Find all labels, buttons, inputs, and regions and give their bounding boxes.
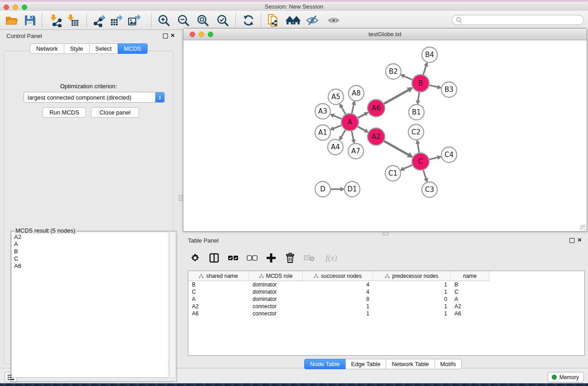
float-panel-icon[interactable] [163,33,168,38]
deselect-all-icon[interactable] [245,251,259,265]
home-icon[interactable] [286,13,301,28]
edge-A-A2[interactable] [358,127,366,131]
network-from-file-icon[interactable] [266,13,281,28]
column-header-successor-nodes[interactable]: successor nodes [303,271,373,281]
edge-A-A8[interactable] [352,104,354,113]
search-input[interactable] [452,15,584,25]
refresh-icon[interactable] [241,13,256,28]
edge-A2-C[interactable] [384,141,409,155]
edge-B-B3[interactable] [430,85,439,87]
table-cell: 1 [373,303,451,310]
session-titlebar[interactable]: Session: New Session [0,2,588,11]
result-item[interactable]: A6 [14,262,168,270]
edge-B-B1[interactable] [418,92,419,101]
select-all-icon[interactable] [226,251,240,265]
zoom-out-icon[interactable] [176,13,191,28]
edge-A-A6[interactable] [358,114,366,118]
column-header-MCDS-role[interactable]: MCDS role [249,271,303,281]
mcds-result-list[interactable]: A2ABCA6 [11,232,168,378]
show-column-icon[interactable] [207,251,221,265]
add-column-icon[interactable] [264,251,278,265]
edge-A-A1[interactable] [333,125,341,129]
tab-network-table[interactable]: Network Table [386,359,435,369]
table-panel-title: Table Panel [188,237,219,244]
export-table-icon[interactable] [109,13,124,28]
zoom-fit-icon[interactable] [195,13,210,28]
result-item[interactable]: A [14,241,168,248]
table-cell: 1 [303,310,373,317]
table-close-icon[interactable]: × [578,236,582,244]
table-cell: 1 [303,303,373,310]
edge-A-A5[interactable] [341,106,346,114]
run-mcds-button[interactable]: Run MCDS [43,107,86,118]
edge-B-B4[interactable] [423,65,426,75]
tab-network[interactable]: Network [30,43,64,54]
node-label-A5: A5 [331,93,340,101]
close-panel-icon[interactable]: × [171,31,175,39]
table-row[interactable]: A6connector11A6 [188,310,584,317]
tab-mcds[interactable]: MCDS [118,43,148,54]
criterion-dropdown[interactable]: largest connected component (directed) ▲… [24,92,165,103]
zoom-selected-icon[interactable] [215,13,230,28]
node-label-C2: C2 [411,128,421,136]
column-header-shared-name[interactable]: shared name [188,271,249,281]
show-panel-eye-icon[interactable] [326,13,341,28]
tab-node-table[interactable]: Node Table [304,359,346,369]
result-item[interactable]: C [14,255,168,262]
open-file-icon[interactable] [4,13,19,28]
column-header-name[interactable]: name [451,271,489,281]
node-label-B2: B2 [389,67,398,76]
vertical-splitter-handle[interactable] [179,195,182,201]
export-image-icon[interactable] [127,13,142,28]
network-graph[interactable]: AA1A2A3A4A5A6A7A8BB1B2B3B4CC1C2C3C4DD1 [184,40,586,231]
tab-select[interactable]: Select [89,43,118,54]
memory-button[interactable]: Memory [548,372,584,382]
table-cell: B [451,281,489,288]
table-settings-gear-icon[interactable] [188,251,202,265]
desktop-strip-bottom [0,383,588,386]
tab-motifs[interactable]: Motifs [435,359,462,369]
network-canvas[interactable]: AA1A2A3A4A5A6A7A8BB1B2B3B4CC1C2C3C4DD1 [184,40,586,231]
table-float-icon[interactable] [569,238,574,243]
import-table-icon[interactable] [65,13,80,28]
edge-B-B2[interactable] [403,76,412,80]
table-row[interactable]: Adominator80A [188,295,584,303]
node-label-A7: A7 [351,147,360,155]
close-panel-button[interactable]: Close panel [91,107,139,118]
edge-C-C1[interactable] [403,165,412,169]
horizontal-splitter-handle[interactable] [382,232,388,235]
hide-panel-eye-icon[interactable] [305,13,320,28]
edge-A-A7[interactable] [352,131,354,141]
edge-A-A4[interactable] [341,130,345,138]
network-window-titlebar[interactable]: testGlobe.txt [183,29,587,40]
criterion-dropdown-value: largest connected component (directed) [24,94,155,101]
table-row[interactable]: A2connector11A2 [188,303,584,310]
tab-style[interactable]: Style [64,43,90,54]
result-scrollbar[interactable] [169,232,176,378]
edge-C-C2[interactable] [418,143,419,153]
node-label-A6: A6 [372,104,381,112]
save-session-icon[interactable] [22,13,38,28]
tab-edge-table[interactable]: Edge Table [345,359,387,369]
zoom-in-icon[interactable] [156,13,172,28]
edge-A6-B[interactable] [384,90,409,104]
node-label-A: A [348,118,353,126]
table-row[interactable]: Bdominator41B [188,281,584,288]
edge-C-C4[interactable] [429,157,438,160]
toolbar-separator [235,13,236,27]
window-resize-grip[interactable] [580,224,586,230]
mcds-tab-panel: Optimization criterion: largest connecte… [4,51,173,364]
node-label-B3: B3 [445,86,454,94]
edge-C-C3[interactable] [423,170,426,179]
delete-column-trash-icon[interactable] [283,251,297,265]
import-network-icon[interactable] [48,13,63,28]
edge-A-A3[interactable] [333,115,341,119]
table-panel: Table Panel × [183,235,588,368]
column-header-predecessor-nodes[interactable]: predecessor nodes [373,271,451,281]
table-cell: C [451,289,489,295]
result-item[interactable]: A2 [14,234,168,241]
table-row[interactable]: Cdominator41C [188,288,584,295]
result-item[interactable]: B [14,248,168,255]
node-label-A1: A1 [318,129,327,137]
export-network-icon[interactable] [91,13,107,28]
